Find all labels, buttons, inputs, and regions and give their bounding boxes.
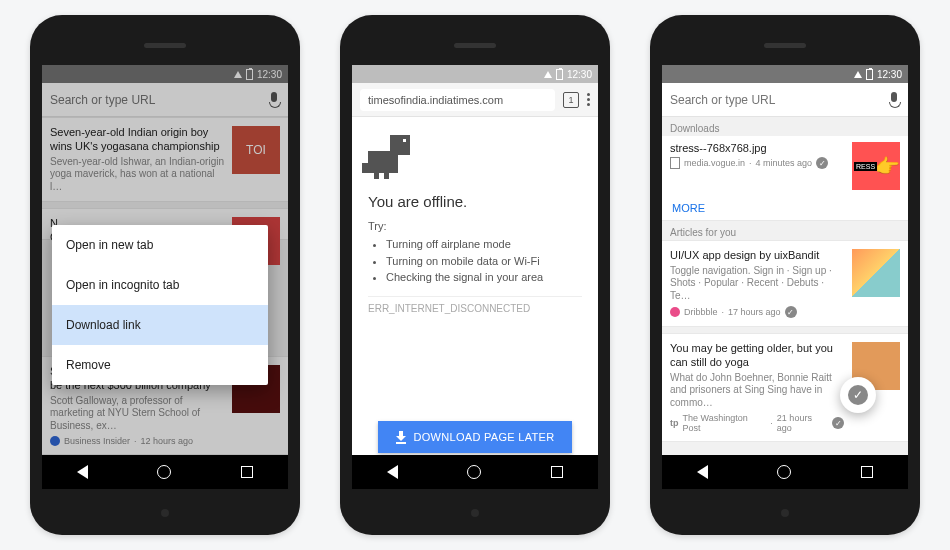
nav-recent-icon[interactable] xyxy=(241,466,253,478)
signal-icon xyxy=(854,71,862,78)
offline-available-icon: ✓ xyxy=(816,157,828,169)
offline-tip: Turning off airplane mode xyxy=(386,236,582,253)
download-icon xyxy=(396,431,406,443)
article-desc: What do John Boehner, Bonnie Raitt and p… xyxy=(670,372,844,410)
nav-back-icon[interactable] xyxy=(697,465,708,479)
omnibox: timesofindia.indiatimes.com 1 xyxy=(352,83,598,117)
screen-1: 12:30 Seven-year-old Indian origin boy w… xyxy=(42,65,288,489)
article-time: 12 hours ago xyxy=(141,436,194,446)
phone-frame-1: 12:30 Seven-year-old Indian origin boy w… xyxy=(30,15,300,535)
nav-home-icon[interactable] xyxy=(467,465,481,479)
article-desc: Scott Galloway, a professor of marketing… xyxy=(50,395,224,433)
source-icon: tp xyxy=(670,418,679,428)
article-desc: Toggle navigation. Sign in · Sign up · S… xyxy=(670,265,844,303)
source-icon xyxy=(50,436,60,446)
download-page-later-button[interactable]: DOWNLOAD PAGE LATER xyxy=(378,421,573,453)
file-icon xyxy=(670,157,680,169)
phone-speaker xyxy=(144,43,186,48)
mic-icon[interactable] xyxy=(888,92,900,108)
screen-2: 12:30 timesofindia.indiatimes.com 1 You … xyxy=(352,65,598,489)
download-time: 4 minutes ago xyxy=(756,158,813,168)
omnibox-input[interactable] xyxy=(50,93,260,107)
article-card[interactable]: Seven-year-old Indian origin boy wins UK… xyxy=(42,117,288,202)
more-link[interactable]: MORE xyxy=(662,196,908,221)
article-desc: Seven-year-old Ishwar, an Indian-origin … xyxy=(50,156,224,194)
article-time: 21 hours ago xyxy=(777,413,828,433)
article-card[interactable]: UI/UX app design by uixBandit Toggle nav… xyxy=(662,240,908,327)
nav-back-icon[interactable] xyxy=(77,465,88,479)
omnibox-input[interactable] xyxy=(670,93,880,107)
article-thumb xyxy=(852,249,900,297)
nav-back-icon[interactable] xyxy=(387,465,398,479)
article-source: The Washington Post xyxy=(683,413,767,433)
signal-icon xyxy=(544,71,552,78)
status-bar: 12:30 xyxy=(662,65,908,83)
offline-heading: You are offline. xyxy=(368,193,582,210)
signal-icon xyxy=(234,71,242,78)
ntp-feed: Downloads stress--768x768.jpg media.vogu… xyxy=(662,117,908,489)
article-source: Dribbble xyxy=(684,307,718,317)
overflow-menu-icon[interactable] xyxy=(587,93,590,106)
url-display[interactable]: timesofindia.indiatimes.com xyxy=(360,89,555,111)
menu-item-open-new-tab[interactable]: Open in new tab xyxy=(52,225,268,265)
article-title: Seven-year-old Indian origin boy wins UK… xyxy=(50,126,224,154)
article-source: Business Insider xyxy=(64,436,130,446)
download-thumb: RESS👉 xyxy=(852,142,900,190)
nav-recent-icon[interactable] xyxy=(861,466,873,478)
error-code: ERR_INTERNET_DISCONNECTED xyxy=(368,296,582,314)
article-title: UI/UX app design by uixBandit xyxy=(670,249,844,263)
dino-icon[interactable] xyxy=(368,135,410,179)
context-menu: Open in new tab Open in incognito tab Do… xyxy=(52,225,268,385)
omnibox[interactable] xyxy=(662,83,908,117)
offline-badge-callout: ✓ xyxy=(840,377,876,413)
battery-icon xyxy=(866,69,873,80)
menu-item-download-link[interactable]: Download link xyxy=(52,305,268,345)
battery-icon xyxy=(556,69,563,80)
offline-tip: Checking the signal in your area xyxy=(386,269,582,286)
tabs-icon[interactable]: 1 xyxy=(563,92,579,108)
android-navbar xyxy=(42,455,288,489)
article-time: 17 hours ago xyxy=(728,307,781,317)
article-title: You may be getting older, but you can st… xyxy=(670,342,844,370)
phone-frame-2: 12:30 timesofindia.indiatimes.com 1 You … xyxy=(340,15,610,535)
nav-recent-icon[interactable] xyxy=(551,466,563,478)
omnibox[interactable] xyxy=(42,83,288,117)
phone-frame-3: 12:30 Downloads stress--768x768.jpg medi… xyxy=(650,15,920,535)
nav-home-icon[interactable] xyxy=(157,465,171,479)
screen-3: 12:30 Downloads stress--768x768.jpg medi… xyxy=(662,65,908,489)
offline-tips: Turning off airplane mode Turning on mob… xyxy=(386,236,582,286)
button-label: DOWNLOAD PAGE LATER xyxy=(414,431,555,443)
article-thumb: TOI xyxy=(232,126,280,174)
menu-item-remove[interactable]: Remove xyxy=(52,345,268,385)
status-time: 12:30 xyxy=(567,69,592,80)
source-icon xyxy=(670,307,680,317)
battery-icon xyxy=(246,69,253,80)
nav-home-icon[interactable] xyxy=(777,465,791,479)
status-time: 12:30 xyxy=(257,69,282,80)
section-downloads: Downloads xyxy=(662,117,908,136)
menu-item-open-incognito[interactable]: Open in incognito tab xyxy=(52,265,268,305)
mic-icon[interactable] xyxy=(268,92,280,108)
download-item[interactable]: stress--768x768.jpg media.vogue.in · 4 m… xyxy=(662,136,908,196)
android-navbar xyxy=(352,455,598,489)
download-filename: stress--768x768.jpg xyxy=(670,142,844,154)
offline-available-icon: ✓ xyxy=(785,306,797,318)
try-label: Try: xyxy=(368,220,582,232)
phone-home-dot xyxy=(471,509,479,517)
status-bar: 12:30 xyxy=(352,65,598,83)
phone-home-dot xyxy=(161,509,169,517)
offline-page: You are offline. Try: Turning off airpla… xyxy=(352,117,598,471)
offline-tip: Turning on mobile data or Wi-Fi xyxy=(386,253,582,270)
phone-home-dot xyxy=(781,509,789,517)
android-navbar xyxy=(662,455,908,489)
section-articles: Articles for you xyxy=(662,221,908,240)
download-host: media.vogue.in xyxy=(684,158,745,168)
status-time: 12:30 xyxy=(877,69,902,80)
phone-speaker xyxy=(454,43,496,48)
offline-available-icon: ✓ xyxy=(832,417,844,429)
phone-speaker xyxy=(764,43,806,48)
status-bar: 12:30 xyxy=(42,65,288,83)
